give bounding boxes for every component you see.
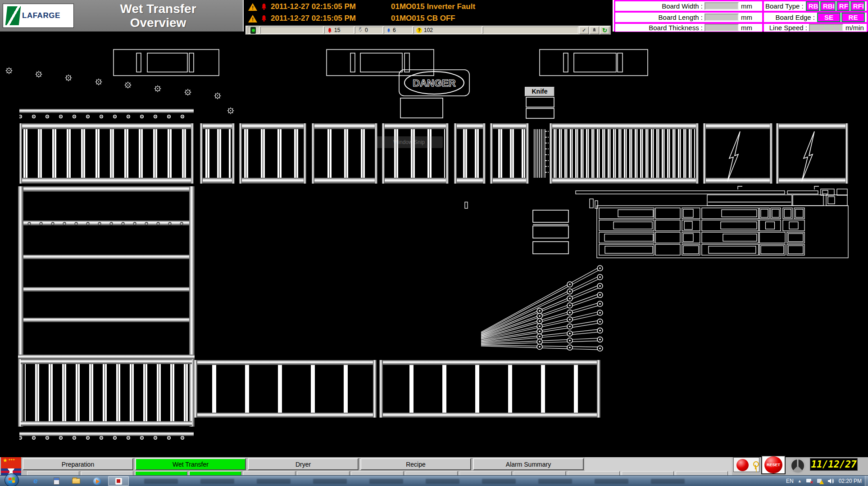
board-width-input[interactable] bbox=[704, 2, 739, 10]
network-disconnected-icon[interactable] bbox=[806, 478, 813, 484]
board-edge-re-button[interactable]: RE bbox=[841, 13, 865, 22]
deck-assembly bbox=[465, 186, 848, 258]
board-length-label: Board Length : bbox=[617, 14, 704, 21]
alarm-statusbar: 15 ✓ 0 6 102 ✓ bbox=[245, 26, 611, 35]
gear-icons bbox=[6, 68, 234, 114]
speaker-icon[interactable] bbox=[827, 478, 835, 484]
lafarge-logo: LAFARGE bbox=[3, 4, 74, 28]
emergency-stop-indicator[interactable] bbox=[733, 457, 759, 472]
alarm-row[interactable]: 2011-12-27 02:15:05 PM 01MO015 Inverter … bbox=[248, 1, 475, 13]
other-count-segment: 102 bbox=[414, 27, 482, 34]
tab-preparation[interactable]: Preparation bbox=[23, 458, 133, 470]
upper-rail bbox=[19, 109, 194, 113]
knife-button[interactable]: Knife bbox=[525, 87, 554, 96]
calculator-icon[interactable] bbox=[51, 477, 61, 485]
alarm-silence-button[interactable] bbox=[590, 27, 599, 34]
danger-label: DANGER bbox=[413, 77, 455, 89]
alarm-count: 15 bbox=[334, 27, 340, 33]
board-length-unit: mm bbox=[741, 14, 761, 21]
taskbar-item[interactable] bbox=[369, 479, 403, 484]
reset-button[interactable]: RESET bbox=[761, 455, 786, 474]
board-edge-se-button[interactable]: SE bbox=[817, 13, 841, 22]
ack-button[interactable]: ✓ bbox=[579, 27, 589, 34]
deck-rows bbox=[599, 208, 804, 255]
board-type-rf-button[interactable]: RF bbox=[836, 1, 850, 11]
language-indicator[interactable]: EN bbox=[786, 478, 794, 484]
media-player-icon[interactable] bbox=[92, 477, 102, 485]
status-filler bbox=[483, 27, 578, 34]
board-type-rfi-button[interactable]: RFI bbox=[850, 1, 865, 11]
board-edge-label: Board Edge : bbox=[765, 14, 817, 21]
line-speed-input[interactable] bbox=[809, 24, 843, 32]
taskbar-item[interactable] bbox=[482, 479, 516, 484]
alarm-bell-icon bbox=[260, 3, 268, 10]
alarm-bell-icon bbox=[260, 15, 268, 22]
line-speed-label: Line Speed : bbox=[765, 24, 809, 32]
refresh-button[interactable]: ↻ bbox=[600, 27, 609, 34]
alarm-count-segment: 15 bbox=[324, 27, 354, 34]
taskbar-item[interactable] bbox=[651, 479, 685, 484]
tipple-fan bbox=[481, 266, 603, 351]
board-type-cell: Board Type : RB RBI RF RFI bbox=[763, 1, 867, 11]
upper-dot-row bbox=[19, 113, 194, 120]
explorer-folder-icon[interactable] bbox=[71, 477, 81, 485]
tab-wet-transfer[interactable]: Wet Transfer bbox=[135, 458, 246, 470]
lafarge-logo-mark bbox=[5, 6, 21, 25]
show-desktop-button[interactable] bbox=[865, 476, 868, 486]
action-center-warning-icon[interactable] bbox=[817, 478, 823, 484]
taskbar-item[interactable] bbox=[426, 479, 459, 484]
lower-roller-table bbox=[18, 359, 195, 441]
clock[interactable]: 02:20 PM bbox=[839, 478, 862, 484]
board-width-cell: Board Width : mm bbox=[615, 1, 763, 11]
machine-diagram: DANGER bbox=[0, 0, 868, 486]
start-button[interactable] bbox=[5, 473, 19, 486]
header: LAFARGE Wet Transfer Overview bbox=[0, 0, 244, 32]
main-conveyor bbox=[19, 123, 848, 184]
alarm-time: 2011-12-27 02:15:05 PM bbox=[271, 2, 378, 11]
stacked-boxes bbox=[533, 210, 568, 254]
alarm-time: 2011-12-27 02:15:05 PM bbox=[271, 14, 378, 23]
alarm-message: 01MO015 Inverter Fault bbox=[391, 2, 475, 11]
tray-expand-icon[interactable]: ▲ bbox=[798, 479, 802, 483]
language-flag-icon[interactable] bbox=[1, 457, 21, 475]
tab-alarm-summary[interactable]: Alarm Summary bbox=[473, 458, 584, 470]
bell-icon bbox=[592, 27, 597, 33]
gauge-icon[interactable] bbox=[787, 456, 808, 475]
alarm-message: 01MO015 CB OFF bbox=[391, 14, 455, 23]
red-bell-icon bbox=[327, 27, 332, 33]
traffic-light-icon bbox=[250, 27, 256, 34]
info-count: 6 bbox=[393, 27, 396, 33]
tab-recipe[interactable]: Recipe bbox=[360, 458, 471, 470]
board-type-rb-button[interactable]: RB bbox=[806, 1, 819, 11]
acked-count-segment: ✓ 0 bbox=[355, 27, 383, 34]
board-thickness-cell: Board Thickness : mm bbox=[615, 23, 763, 32]
taskbar-item[interactable] bbox=[257, 479, 291, 484]
status-light bbox=[248, 27, 259, 34]
acked-count: 0 bbox=[365, 27, 368, 33]
board-thickness-input[interactable] bbox=[704, 24, 739, 32]
board-type-rbi-button[interactable]: RBI bbox=[820, 1, 836, 11]
taskbar-item[interactable] bbox=[313, 479, 347, 484]
hmi-screen: DANGER bbox=[0, 0, 868, 486]
active-app-taskbar-button[interactable] bbox=[108, 476, 129, 486]
taskbar-item[interactable] bbox=[200, 479, 234, 484]
board-length-cell: Board Length : mm bbox=[615, 12, 763, 22]
tab-dryer[interactable]: Dryer bbox=[248, 458, 359, 470]
system-tray: EN ▲ 02:20 PM bbox=[786, 476, 862, 486]
estop-ball-icon bbox=[736, 459, 749, 471]
taskbar-item[interactable] bbox=[144, 479, 178, 484]
board-type-label: Board Type : bbox=[765, 2, 805, 10]
alarm-row[interactable]: 2011-12-27 02:15:05 PM 01MO015 CB OFF bbox=[248, 13, 455, 24]
acked-bell-icon: ✓ bbox=[358, 27, 363, 34]
tooltip-overlay: Window Snip bbox=[375, 136, 443, 148]
question-icon bbox=[416, 27, 422, 33]
bottom-conveyor bbox=[194, 360, 600, 418]
taskbar-item[interactable] bbox=[538, 479, 572, 484]
ie-icon[interactable]: e bbox=[31, 477, 41, 485]
hmi-app-icon bbox=[115, 478, 122, 485]
board-length-input[interactable] bbox=[704, 14, 739, 21]
board-thickness-label: Board Thickness : bbox=[617, 24, 704, 32]
warning-triangle-icon bbox=[248, 15, 257, 22]
china-flag-icon bbox=[1, 457, 21, 468]
taskbar-item[interactable] bbox=[595, 479, 628, 484]
